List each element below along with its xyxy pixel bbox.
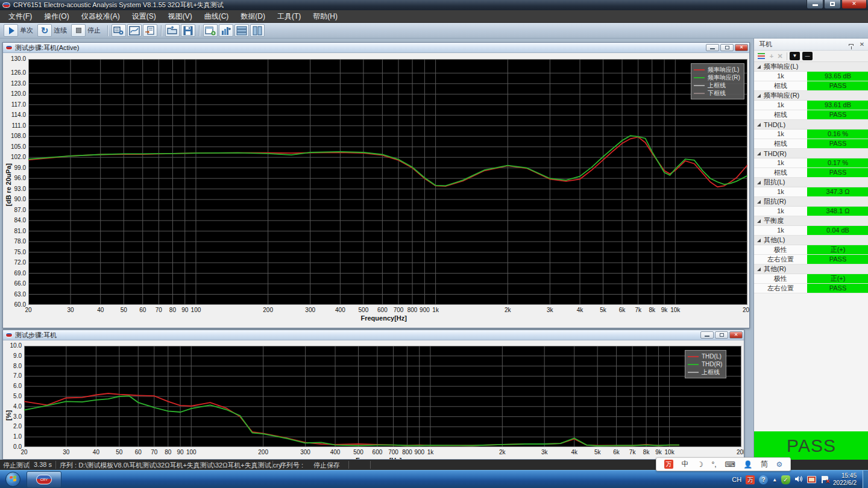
loop-button[interactable]: ↻ [37,24,52,37]
result-section-title: 阻抗(L) [764,178,785,187]
close-button[interactable]: ✕ [841,0,867,9]
results-panel-header[interactable]: 耳机 ✕ [754,39,868,51]
minimize-button[interactable] [807,0,823,9]
expander-icon[interactable] [757,219,761,223]
curve-editor-button[interactable] [127,24,142,37]
app-title-bar: CRY6151 Electro-acoustic Analysis System… [0,0,868,10]
fr-window-title-bar[interactable]: 测试步骤:耳机(Active) ✕ [3,43,749,53]
result-section-header-8[interactable]: 其他(R) [754,264,868,274]
open-file-icon [167,26,178,36]
menu-item-1[interactable]: 操作(O) [38,10,75,23]
plot-canvas[interactable] [28,59,747,305]
thd-window-title-bar[interactable]: 测试步骤:耳机 ✕ [3,330,744,340]
result-row: 极性正(+) [754,274,868,284]
ime-lang-toggle[interactable]: 中 [681,459,688,469]
security-shield-icon[interactable]: ✓ [781,475,790,484]
ime-fullhalf-icon[interactable]: ☽ [697,460,703,469]
result-section-header-4[interactable]: 阻抗(L) [754,178,868,187]
expander-icon[interactable] [757,239,761,242]
maximize-button[interactable] [824,0,841,9]
test-settings-button[interactable] [112,24,126,37]
result-row: 1k347.3 Ω [754,187,868,197]
menu-item-2[interactable]: 仪器校准(A) [75,10,126,23]
open-file-button[interactable] [165,24,180,37]
ime-simplified-toggle[interactable]: 简 [761,459,768,469]
thd-close-button[interactable]: ✕ [729,331,743,339]
expand-all-button[interactable]: ▼ [790,52,800,60]
expander-icon[interactable] [757,65,761,69]
tile-vertical-button[interactable] [250,24,265,37]
expander-icon[interactable] [757,267,761,271]
menu-item-0[interactable]: 文件(F) [2,10,38,23]
ime-user-icon[interactable]: 👤 [743,460,752,469]
result-section-header-1[interactable]: 频率响应(R) [754,91,868,101]
thd-minimize-button[interactable] [700,331,714,339]
volume-icon[interactable] [794,475,803,484]
tray-expand-icon[interactable]: ▲ [772,477,777,483]
ime-keyboard-icon[interactable]: ⌨ [725,460,735,469]
play-button[interactable] [4,24,18,37]
fr-close-button[interactable]: ✕ [735,44,748,51]
curve-list-icon[interactable] [756,52,766,60]
toolbar-separator [107,25,108,36]
result-section-header-2[interactable]: THD(L) [754,120,868,130]
result-section-header-3[interactable]: THD(R) [754,149,868,158]
thd-chart[interactable]: 10.09.08.07.06.05.04.03.02.01.00.0203040… [3,340,744,459]
result-section-header-7[interactable]: 其他(L) [754,236,868,245]
delete-icon[interactable]: ✕ [776,52,784,60]
expander-icon[interactable] [757,94,761,98]
ime-punct-icon[interactable]: °, [711,460,716,469]
tray-ime-icon[interactable]: 万 [746,475,755,484]
thd-maximize-button[interactable] [715,331,728,339]
result-row: 1k0.04 dB [754,226,868,236]
add-chart-button[interactable] [219,24,233,37]
taskbar-clock[interactable]: 15:45 2022/6/2 [833,472,857,487]
save-button[interactable] [181,24,195,37]
collapse-all-button[interactable]: — [802,52,813,60]
language-indicator[interactable]: CH [732,476,741,483]
panel-close-icon[interactable]: ✕ [858,40,866,49]
result-row-label: 1k [754,226,807,235]
fr-maximize-button[interactable] [720,44,734,51]
ime-logo-icon[interactable]: 万 [664,460,673,469]
x-tick-label: 50 [109,449,130,455]
fr-chart[interactable]: 130.0126.0123.0120.0117.0114.0111.0108.0… [3,53,749,328]
maximize-icon [725,46,729,49]
x-tick-label: 5k [593,307,614,313]
expander-icon[interactable] [757,123,761,127]
menu-item-6[interactable]: 数据(D) [234,10,271,23]
stop-button[interactable] [71,24,86,37]
legend-label: 上框线 [702,368,720,377]
new-window-button[interactable] [203,24,218,37]
menu-item-4[interactable]: 视图(V) [162,10,198,23]
result-section-header-6[interactable]: 平衡度 [754,216,868,226]
export-report-button[interactable] [143,24,157,37]
menu-item-3[interactable]: 设置(S) [126,10,162,23]
menu-item-8[interactable]: 帮助(H) [307,10,344,23]
tile-horizontal-button[interactable] [234,24,249,37]
result-section-header-0[interactable]: 频率响应(L) [754,62,868,72]
x-tick-label: 10k [665,307,685,313]
maximize-icon [830,2,835,6]
menu-item-5[interactable]: 曲线(C) [198,10,235,23]
pin-icon[interactable] [847,40,855,49]
fr-minimize-button[interactable] [706,44,719,51]
ime-settings-icon[interactable]: ⚙ [776,460,782,469]
expander-icon[interactable] [757,181,761,184]
tray-help-icon[interactable]: ? [759,475,768,484]
show-desktop-button[interactable] [863,471,868,488]
expander-icon[interactable] [757,152,761,155]
windows-logo-icon [10,475,17,483]
display-icon[interactable] [807,476,816,483]
taskbar-app-cry6151[interactable]: CRY [27,471,61,488]
y-tick-label: 63.0 [5,291,26,298]
add-icon[interactable]: + [767,52,776,60]
result-row-label: 框线 [754,81,807,90]
action-center-flag-icon[interactable]: ✕ [820,475,829,484]
start-button[interactable] [5,472,20,487]
menu-item-7[interactable]: 工具(T) [271,10,307,23]
x-tick-label: 100 [186,307,206,313]
plot-canvas[interactable] [24,346,741,447]
result-section-header-5[interactable]: 阻抗(R) [754,197,868,207]
expander-icon[interactable] [757,200,761,204]
